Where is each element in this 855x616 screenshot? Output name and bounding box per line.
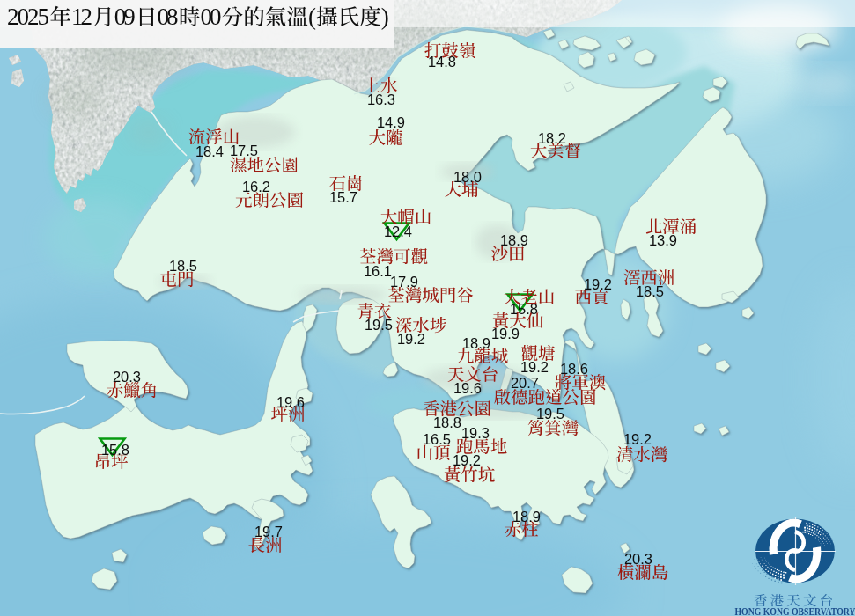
svg-text:19.2: 19.2 (520, 359, 549, 375)
svg-text:13.9: 13.9 (649, 232, 677, 248)
svg-text:18.8: 18.8 (433, 414, 461, 430)
svg-text:): ) (381, 4, 389, 30)
svg-text:15.7: 15.7 (329, 189, 357, 205)
svg-text:19.2: 19.2 (584, 276, 612, 292)
svg-text:19.2: 19.2 (453, 452, 481, 468)
svg-text:19.5: 19.5 (536, 406, 564, 422)
svg-text:18.9: 18.9 (500, 232, 528, 248)
svg-text:17.9: 17.9 (390, 274, 418, 290)
svg-text:18.2: 18.2 (538, 130, 566, 146)
svg-text:19.9: 19.9 (491, 326, 520, 341)
svg-text:00: 00 (200, 4, 221, 30)
svg-text:18.9: 18.9 (512, 509, 541, 524)
svg-text:20.3: 20.3 (113, 369, 141, 385)
svg-text:19.2: 19.2 (397, 331, 425, 347)
svg-text:12.4: 12.4 (384, 224, 412, 239)
svg-text:18.5: 18.5 (636, 283, 664, 299)
svg-text:18.9: 18.9 (462, 335, 490, 351)
svg-text:19.3: 19.3 (461, 425, 490, 441)
svg-text:14.9: 14.9 (377, 114, 405, 130)
svg-text:16.1: 16.1 (364, 263, 392, 279)
svg-text:2025: 2025 (7, 4, 49, 30)
svg-text:18.6: 18.6 (560, 361, 588, 377)
svg-text:18.4: 18.4 (195, 143, 224, 159)
svg-text:08: 08 (158, 4, 179, 30)
svg-text:HONG KONG OBSERVATORY: HONG KONG OBSERVATORY (735, 606, 855, 616)
svg-text:20.3: 20.3 (624, 551, 652, 567)
svg-text:20.7: 20.7 (511, 375, 539, 391)
svg-text:09: 09 (114, 4, 136, 30)
svg-text:15.8: 15.8 (510, 301, 538, 317)
svg-text:14.8: 14.8 (428, 54, 456, 70)
svg-text:19.5: 19.5 (365, 317, 393, 333)
svg-text:19.6: 19.6 (276, 394, 305, 410)
svg-text:15.8: 15.8 (101, 442, 129, 458)
svg-text:19.2: 19.2 (623, 431, 652, 447)
svg-text:17.5: 17.5 (230, 143, 258, 158)
svg-text:19.6: 19.6 (453, 380, 482, 396)
svg-text:18.5: 18.5 (169, 258, 197, 274)
svg-text:16.2: 16.2 (242, 179, 270, 194)
svg-text:18.0: 18.0 (453, 169, 482, 185)
svg-text:(: ( (308, 4, 316, 30)
svg-text:12: 12 (71, 4, 92, 30)
svg-text:16.5: 16.5 (423, 431, 451, 447)
svg-text:16.3: 16.3 (367, 92, 395, 107)
svg-text:19.7: 19.7 (254, 524, 283, 539)
